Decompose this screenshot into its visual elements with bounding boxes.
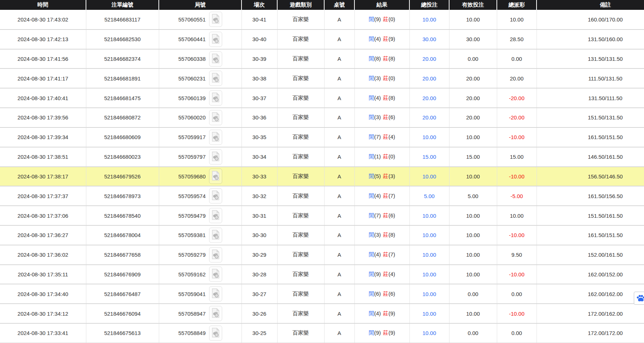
total-bet-link[interactable]: 10.00 — [423, 16, 436, 23]
time-cell: 2024-08-30 17:39:56 — [0, 108, 86, 127]
total-bet-cell: 10.00 — [409, 323, 449, 343]
total-bet-link[interactable]: 10.00 — [423, 330, 436, 336]
video-replay-button[interactable] — [209, 90, 222, 106]
payout-cell: 15.00 — [497, 147, 537, 167]
video-replay-button[interactable] — [209, 32, 222, 47]
video-replay-button[interactable] — [209, 149, 222, 165]
total-bet-link[interactable]: 20.00 — [423, 114, 436, 121]
player-result: 閒(3) — [369, 114, 381, 120]
total-bet-cell: 10.00 — [409, 206, 449, 225]
total-bet-link[interactable]: 5.00 — [424, 193, 435, 199]
valid-bet-cell: 20.00 — [449, 88, 497, 108]
player-result: 閒(4) — [369, 310, 381, 316]
total-bet-link[interactable]: 20.00 — [423, 75, 436, 82]
session-cell: 30-36 — [242, 108, 277, 127]
valid-bet-cell: 10.00 — [449, 225, 497, 245]
total-bet-link[interactable]: 10.00 — [423, 252, 436, 258]
round-cell: 557060338 — [159, 49, 242, 69]
total-bet-link[interactable]: 20.00 — [423, 56, 436, 62]
video-file-icon — [212, 249, 220, 260]
total-bet-link[interactable]: 10.00 — [423, 232, 436, 238]
column-header-game-type: 遊戲類別 — [277, 0, 324, 10]
result-cell: 閒(4)莊(8) — [354, 88, 409, 108]
table-no-cell: A — [324, 167, 354, 186]
valid-bet-cell: 10.00 — [449, 265, 497, 284]
table-no-cell: A — [324, 49, 354, 69]
total-bet-link[interactable]: 15.00 — [423, 154, 436, 160]
payout-cell: 0.00 — [497, 49, 537, 69]
banker-result: 莊(4) — [383, 134, 395, 140]
game-type-cell: 百家樂 — [277, 323, 324, 343]
total-bet-cell: 20.00 — [409, 108, 449, 127]
remark-cell: 151.50/131.50 — [537, 108, 644, 127]
video-replay-button[interactable] — [209, 188, 222, 204]
table-no-cell: A — [324, 127, 354, 147]
round-number: 557060231 — [178, 75, 205, 82]
bet-history-table: 時間 注單編號 局號 場次 遊戲類別 桌號 結果 總投注 有效投注 總派彩 備註… — [0, 0, 644, 343]
payout-cell: -20.00 — [497, 88, 537, 108]
video-replay-button[interactable] — [209, 267, 222, 282]
payout-cell: 28.50 — [497, 29, 537, 49]
valid-bet-cell: 15.00 — [449, 147, 497, 167]
column-header-remark: 備註 — [537, 0, 644, 10]
total-bet-link[interactable]: 30.00 — [423, 36, 436, 42]
total-bet-link[interactable]: 10.00 — [423, 213, 436, 219]
round-number: 557060551 — [178, 16, 205, 23]
session-cell: 30-27 — [242, 284, 277, 304]
banker-result: 莊(8) — [383, 232, 395, 238]
bet-id-cell: 521846678004 — [86, 225, 159, 245]
bet-id-cell: 521846676487 — [86, 284, 159, 304]
total-bet-link[interactable]: 10.00 — [423, 311, 436, 317]
table-row: 2024-08-30 17:42:13 521846682530 5570604… — [0, 29, 644, 49]
table-row: 2024-08-30 17:36:02 521846677658 5570592… — [0, 245, 644, 265]
table-no-cell: A — [324, 225, 354, 245]
video-replay-button[interactable] — [209, 51, 222, 67]
total-bet-link[interactable]: 10.00 — [423, 291, 436, 297]
total-bet-cell: 20.00 — [409, 68, 449, 88]
player-result: 閒(8) — [369, 55, 381, 62]
total-bet-link[interactable]: 10.00 — [423, 271, 436, 277]
banker-result: 莊(7) — [383, 193, 395, 199]
video-replay-button[interactable] — [209, 286, 222, 301]
round-cell: 557058849 — [159, 323, 242, 343]
remark-cell: 111.50/131.50 — [537, 68, 644, 88]
table-row: 2024-08-30 17:38:51 521846680023 5570597… — [0, 147, 644, 167]
video-replay-button[interactable] — [209, 71, 222, 86]
video-replay-button[interactable] — [209, 169, 222, 184]
result-cell: 閒(4)莊(9) — [354, 29, 409, 49]
table-row: 2024-08-30 17:43:02 521846683117 5570605… — [0, 10, 644, 29]
remark-cell: 161.50/151.50 — [537, 225, 644, 245]
round-number: 557058849 — [178, 330, 205, 336]
video-file-icon — [212, 190, 220, 201]
round-cell: 557059041 — [159, 284, 242, 304]
paw-button[interactable] — [634, 292, 644, 305]
total-bet-link[interactable]: 20.00 — [423, 95, 436, 101]
video-replay-button[interactable] — [209, 208, 222, 223]
remark-cell: 172.00/172.00 — [537, 323, 644, 343]
remark-cell: 161.50/156.50 — [537, 186, 644, 206]
payout-cell: 10.00 — [497, 10, 537, 29]
table-row: 2024-08-30 17:34:40 521846676487 5570590… — [0, 284, 644, 304]
banker-result: 莊(9) — [383, 310, 395, 316]
banker-result: 莊(8) — [383, 55, 395, 62]
game-type-cell: 百家樂 — [277, 265, 324, 284]
game-type-cell: 百家樂 — [277, 206, 324, 225]
result-cell: 閒(9)莊(4) — [354, 265, 409, 284]
video-replay-button[interactable] — [209, 12, 222, 27]
table-row: 2024-08-30 17:41:56 521846682374 5570603… — [0, 49, 644, 69]
valid-bet-cell: 10.00 — [449, 206, 497, 225]
video-replay-button[interactable] — [209, 326, 222, 341]
video-replay-button[interactable] — [209, 110, 222, 125]
video-replay-button[interactable] — [209, 228, 222, 243]
video-replay-button[interactable] — [209, 130, 222, 145]
video-replay-button[interactable] — [209, 247, 222, 263]
video-replay-button[interactable] — [209, 306, 222, 321]
bet-id-cell: 521846681891 — [86, 68, 159, 88]
round-cell: 557059279 — [159, 245, 242, 265]
total-bet-link[interactable]: 10.00 — [423, 173, 436, 180]
valid-bet-cell: 20.00 — [449, 108, 497, 127]
bet-id-cell: 521846681475 — [86, 88, 159, 108]
round-number: 557059162 — [178, 271, 205, 277]
time-cell: 2024-08-30 17:38:17 — [0, 167, 86, 186]
total-bet-link[interactable]: 10.00 — [423, 134, 436, 140]
